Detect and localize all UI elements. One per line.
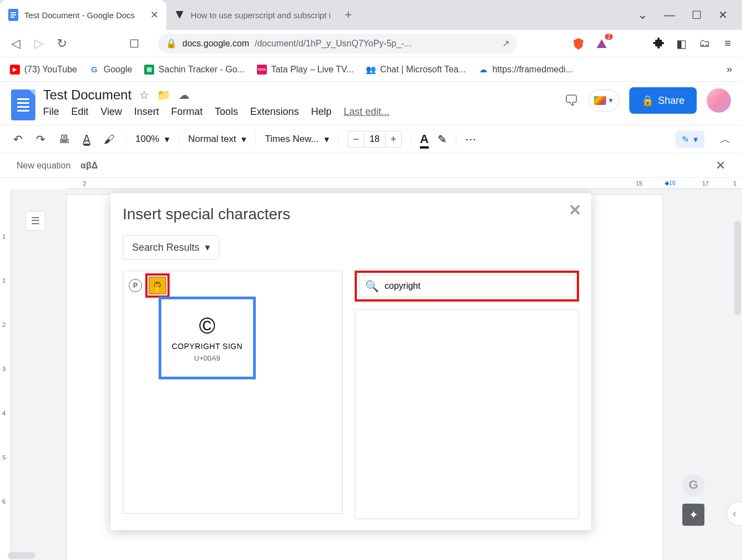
- address-bar[interactable]: 🔒 docs.google.com /document/d/1hP_y_UsnQ…: [158, 34, 517, 54]
- share-button[interactable]: 🔒Share: [629, 87, 697, 114]
- move-icon[interactable]: 📁: [157, 88, 171, 102]
- tab2-favicon: [174, 9, 185, 20]
- category-filter-dropdown[interactable]: Search Results ▾: [123, 235, 219, 260]
- dialog-title: Insert special characters: [123, 205, 579, 223]
- font-size-control: − 18 +: [348, 131, 402, 147]
- url-host: docs.google.com: [182, 39, 249, 49]
- close-equation-icon[interactable]: ✕: [715, 159, 725, 173]
- menu-help[interactable]: Help: [311, 106, 331, 118]
- chevron-down-icon: ▾: [693, 134, 698, 145]
- search-icon: 🔍: [365, 279, 379, 293]
- comments-icon[interactable]: 🗨: [564, 92, 578, 109]
- reload-button[interactable]: ↻: [54, 36, 70, 51]
- spellcheck-button[interactable]: A̲: [81, 130, 93, 148]
- brave-shield-icon[interactable]: [572, 37, 585, 50]
- highlight-button[interactable]: ✎: [438, 133, 447, 146]
- undo-button[interactable]: ↶: [11, 130, 25, 148]
- close-window-icon[interactable]: ✕: [718, 8, 728, 22]
- special-characters-dialog: ✕ Insert special characters Search Resul…: [110, 193, 591, 530]
- share-url-icon[interactable]: ↗: [502, 38, 509, 49]
- horizontal-ruler[interactable]: 2 15 ◆16 17 1: [66, 178, 742, 189]
- browser-tab-active[interactable]: Test Document - Google Docs ✕: [0, 0, 166, 30]
- paragraph-style-dropdown[interactable]: Normal text▾: [188, 134, 246, 145]
- extensions-icon[interactable]: [651, 37, 665, 50]
- bookmarks-bar: ▶(73) YouTube GGoogle ▦Sachin Tracker - …: [0, 57, 742, 82]
- star-icon[interactable]: ☆: [139, 88, 149, 102]
- bookmark-onedrive[interactable]: ☁https://framedmedi...: [478, 65, 573, 75]
- vertical-scrollbar[interactable]: [734, 221, 741, 315]
- vertical-ruler[interactable]: 1 1 2 3 4 5 6: [0, 189, 11, 560]
- url-path: /document/d/1hP_y_UsnQ7YoPy-5p_-...: [255, 39, 412, 49]
- zoom-dropdown[interactable]: 100%▾: [135, 134, 170, 145]
- cloud-status-icon[interactable]: ☁: [178, 88, 190, 102]
- editing-mode-dropdown[interactable]: ✎▾: [675, 131, 704, 148]
- search-value: copyright: [385, 281, 420, 291]
- brave-rewards-icon[interactable]: [595, 37, 608, 50]
- lock-icon: 🔒: [166, 38, 177, 49]
- explore-button[interactable]: ✦: [682, 504, 704, 526]
- bookmark-page-icon[interactable]: ☐: [129, 37, 139, 50]
- browser-tab-strip: Test Document - Google Docs ✕ How to use…: [0, 0, 742, 30]
- menu-view[interactable]: View: [101, 106, 122, 118]
- meet-button[interactable]: ▼: [588, 89, 619, 112]
- chevron-down-icon: ▾: [324, 134, 329, 145]
- tab-close-icon[interactable]: ✕: [150, 9, 159, 21]
- font-size-increase[interactable]: +: [386, 134, 401, 145]
- character-draw-box[interactable]: [355, 309, 579, 519]
- chevron-down-icon: ▼: [608, 97, 614, 104]
- print-button[interactable]: 🖶: [56, 131, 72, 148]
- bookmarks-overflow-icon[interactable]: »: [727, 64, 732, 75]
- document-title[interactable]: Test Document: [43, 87, 131, 103]
- character-tooltip: © COPYRIGHT SIGN U+00A9: [159, 297, 256, 379]
- bookmark-youtube[interactable]: ▶(73) YouTube: [10, 65, 77, 75]
- text-color-button[interactable]: A: [420, 132, 429, 146]
- font-size-decrease[interactable]: −: [348, 134, 364, 145]
- minimize-icon[interactable]: —: [664, 9, 675, 22]
- bookmark-teams[interactable]: 👥Chat | Microsoft Tea...: [366, 65, 466, 75]
- bookmark-sheets[interactable]: ▦Sachin Tracker - Go...: [144, 65, 245, 75]
- collapse-toolbar-icon[interactable]: ︿: [720, 132, 731, 147]
- character-result-p[interactable]: P: [129, 279, 142, 292]
- browser-tab-inactive[interactable]: How to use superscript and subscript i: [166, 0, 338, 30]
- menu-format[interactable]: Format: [171, 106, 203, 118]
- tabs-dropdown-icon[interactable]: ⌄: [638, 8, 648, 22]
- bookmark-google[interactable]: GGoogle: [89, 65, 132, 75]
- menu-file[interactable]: File: [43, 106, 59, 118]
- wallet-icon[interactable]: 🗂: [698, 37, 711, 50]
- svg-marker-5: [573, 38, 583, 50]
- maximize-icon[interactable]: ☐: [692, 8, 702, 22]
- font-size-value[interactable]: 18: [364, 131, 386, 147]
- new-tab-button[interactable]: +: [339, 0, 359, 30]
- docs-logo-icon[interactable]: [11, 89, 35, 120]
- tooltip-symbol: ©: [199, 314, 215, 339]
- grammarly-icon[interactable]: G: [682, 474, 704, 496]
- svg-rect-3: [10, 17, 14, 18]
- character-search-input[interactable]: 🔍 copyright: [359, 275, 575, 297]
- redo-button[interactable]: ↷: [34, 130, 48, 148]
- dialog-close-icon[interactable]: ✕: [569, 201, 581, 219]
- menu-edit[interactable]: Edit: [71, 106, 88, 118]
- bookmark-tataplay[interactable]: TATATata Play – Live TV...: [257, 65, 354, 75]
- svg-marker-6: [597, 39, 607, 48]
- back-button[interactable]: ◁: [8, 36, 23, 51]
- paint-format-button[interactable]: 🖌: [102, 131, 117, 148]
- docs-favicon: [8, 9, 19, 20]
- docs-toolbar: ↶ ↷ 🖶 A̲ 🖌 100%▾ Normal text▾ Times New.…: [0, 125, 742, 154]
- menu-extensions[interactable]: Extensions: [250, 106, 299, 118]
- font-dropdown[interactable]: Times New...▾: [265, 134, 329, 145]
- horizontal-scrollbar[interactable]: [8, 552, 35, 559]
- account-avatar[interactable]: [707, 88, 731, 113]
- last-edit-link[interactable]: Last edit...: [344, 106, 390, 118]
- document-outline-button[interactable]: ☰: [25, 211, 45, 231]
- ruler-marker-icon[interactable]: ◆16: [665, 179, 676, 187]
- menu-insert[interactable]: Insert: [134, 106, 159, 118]
- equation-greek-dropdown[interactable]: αβΔ: [81, 161, 98, 171]
- new-equation-button[interactable]: New equation: [17, 161, 71, 171]
- svg-rect-2: [10, 14, 16, 15]
- toolbar-more-icon[interactable]: ⋯: [465, 133, 477, 146]
- sidepanel-icon[interactable]: ◧: [675, 37, 688, 50]
- browser-menu-icon[interactable]: ≡: [721, 37, 734, 50]
- menu-tools[interactable]: Tools: [215, 106, 238, 118]
- menu-bar: File Edit View Insert Format Tools Exten…: [43, 106, 390, 118]
- meet-icon: [594, 96, 606, 105]
